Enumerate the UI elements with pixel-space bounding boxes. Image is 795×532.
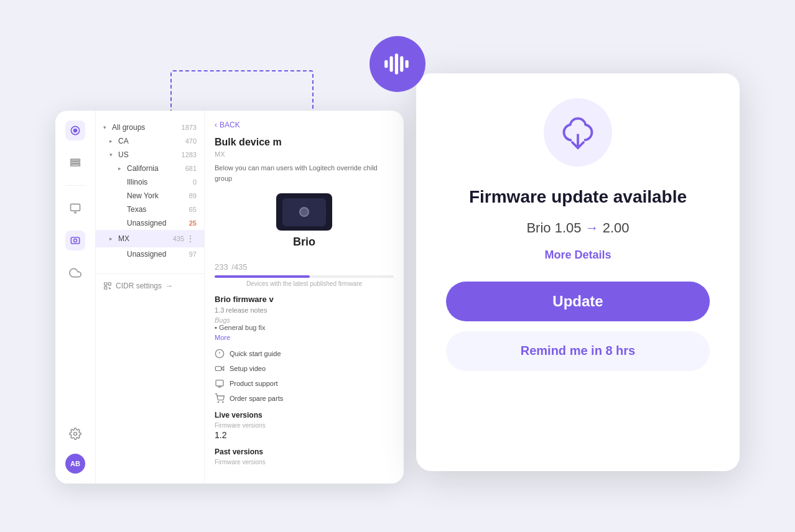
sidebar: AB bbox=[55, 111, 96, 484]
fw-version-value: 1.2 bbox=[215, 430, 394, 440]
progress-bar-fill bbox=[215, 275, 310, 278]
more-options-button[interactable]: ⋮ bbox=[184, 232, 197, 245]
group-item-illinois[interactable]: Illinois 0 bbox=[96, 175, 204, 189]
svg-point-8 bbox=[74, 433, 77, 436]
group-count: 1873 bbox=[182, 124, 197, 131]
group-count: 97 bbox=[189, 250, 197, 258]
device-name: Brio bbox=[293, 236, 315, 249]
sidebar-icon-monitor[interactable] bbox=[65, 198, 85, 218]
progress-section: 233 /435 Devices with the latest publish… bbox=[215, 259, 394, 287]
toggle-icon: ▾ bbox=[109, 152, 116, 158]
svg-rect-21 bbox=[390, 57, 393, 72]
svg-rect-2 bbox=[71, 159, 80, 161]
svg-rect-9 bbox=[105, 283, 107, 285]
toggle-icon: ▸ bbox=[109, 236, 116, 242]
toggle-icon bbox=[118, 251, 124, 257]
progress-count: 233 /435 bbox=[215, 259, 394, 273]
svg-point-7 bbox=[74, 239, 77, 242]
group-item-unassigned-us[interactable]: Unassigned 25 bbox=[96, 216, 204, 230]
group-item-unassigned-mx[interactable]: Unassigned 97 bbox=[96, 247, 204, 261]
link-setup-video[interactable]: Setup video bbox=[215, 364, 394, 374]
bug-item: • General bug fix bbox=[215, 324, 394, 331]
progress-bar-bg bbox=[215, 275, 394, 278]
sidebar-icon-settings[interactable] bbox=[65, 424, 85, 444]
device-body bbox=[282, 198, 326, 226]
bugs-label: Bugs bbox=[215, 316, 394, 324]
svg-point-18 bbox=[218, 401, 218, 402]
svg-rect-5 bbox=[71, 204, 80, 211]
more-link[interactable]: More bbox=[215, 334, 394, 341]
svg-point-19 bbox=[223, 401, 223, 402]
group-name: MX bbox=[118, 234, 173, 243]
group-name: Unassigned bbox=[127, 219, 189, 227]
svg-rect-23 bbox=[400, 57, 403, 72]
groups-panel: ▾ All groups 1873 ▸ CA 470 ▾ US 1283 ▸ C… bbox=[96, 111, 205, 484]
group-item-california[interactable]: ▸ California 681 bbox=[96, 162, 204, 175]
release-notes-label: 1.3 release notes bbox=[215, 306, 394, 314]
group-item-ca[interactable]: ▸ CA 470 bbox=[96, 134, 204, 148]
svg-rect-10 bbox=[108, 283, 111, 285]
live-versions-section: Live versions Firmware versions 1.2 bbox=[215, 411, 394, 440]
video-icon bbox=[215, 364, 225, 374]
toggle-icon bbox=[118, 193, 124, 199]
toggle-icon: ▸ bbox=[118, 165, 124, 172]
group-count: 89 bbox=[189, 192, 197, 200]
svg-rect-24 bbox=[406, 60, 409, 68]
svg-rect-13 bbox=[215, 367, 221, 371]
past-versions-label: Past versions bbox=[215, 447, 394, 456]
link-spare-parts[interactable]: Order spare parts bbox=[215, 393, 394, 403]
camera-lens bbox=[299, 207, 309, 217]
waveform-icon bbox=[382, 48, 413, 80]
back-label: BACK bbox=[220, 121, 240, 129]
group-name: Illinois bbox=[127, 178, 193, 186]
svg-rect-11 bbox=[105, 287, 107, 289]
link-quickstart[interactable]: Quick start guide bbox=[215, 349, 394, 359]
remind-button[interactable]: Remind me in 8 hrs bbox=[446, 331, 710, 371]
toggle-icon bbox=[118, 206, 124, 213]
version-arrow: → bbox=[585, 220, 599, 236]
past-versions-section: Past versions Firmware versions bbox=[215, 447, 394, 466]
group-count: 435 bbox=[173, 235, 184, 242]
svg-rect-22 bbox=[395, 53, 398, 74]
sidebar-icon-cloud[interactable] bbox=[65, 263, 85, 283]
download-cloud-icon bbox=[559, 114, 597, 151]
progress-label: Devices with the latest published firmwa… bbox=[215, 280, 394, 287]
group-item-newyork[interactable]: New York 89 bbox=[96, 189, 204, 203]
firmware-update-title: Firmware update available bbox=[469, 186, 687, 208]
update-button[interactable]: Update bbox=[446, 282, 710, 321]
cart-icon bbox=[215, 393, 225, 403]
group-name: California bbox=[127, 164, 185, 173]
group-item-all[interactable]: ▾ All groups 1873 bbox=[96, 121, 204, 134]
svg-rect-20 bbox=[384, 60, 388, 68]
device-panel: ‹ BACK Bulk device m MX Below you can ma… bbox=[205, 111, 404, 484]
guide-icon bbox=[215, 349, 225, 359]
avatar[interactable]: AB bbox=[65, 454, 85, 474]
back-button[interactable]: ‹ BACK bbox=[215, 121, 394, 129]
svg-rect-6 bbox=[71, 237, 79, 244]
fw-versions-label: Firmware versions bbox=[215, 422, 394, 429]
svg-point-1 bbox=[74, 129, 77, 132]
group-count: 0 bbox=[193, 178, 197, 186]
svg-rect-4 bbox=[71, 165, 80, 167]
toggle-icon: ▾ bbox=[103, 124, 109, 131]
link-product-support[interactable]: Product support bbox=[215, 378, 394, 388]
group-count: 65 bbox=[189, 206, 197, 213]
voice-assistant-circle[interactable] bbox=[370, 36, 425, 92]
toggle-icon bbox=[118, 220, 124, 226]
svg-rect-15 bbox=[216, 380, 223, 386]
sidebar-icon-home[interactable] bbox=[65, 121, 85, 140]
sidebar-icon-layers[interactable] bbox=[65, 153, 85, 173]
group-item-mx[interactable]: ▸ MX 435 ⋮ bbox=[96, 230, 204, 247]
group-count: 25 bbox=[189, 219, 197, 227]
more-details-link[interactable]: More Details bbox=[544, 249, 611, 262]
support-icon bbox=[215, 378, 225, 388]
cidr-settings[interactable]: CIDR settings → bbox=[96, 273, 204, 298]
cidr-label: CIDR settings bbox=[116, 282, 162, 290]
svg-rect-3 bbox=[71, 162, 80, 163]
group-item-texas[interactable]: Texas 65 bbox=[96, 203, 204, 216]
group-name: All groups bbox=[112, 123, 182, 132]
toggle-icon bbox=[118, 179, 124, 185]
device-image-container: Brio bbox=[215, 193, 394, 249]
sidebar-icon-device[interactable] bbox=[65, 231, 85, 250]
group-item-us[interactable]: ▾ US 1283 bbox=[96, 148, 204, 162]
